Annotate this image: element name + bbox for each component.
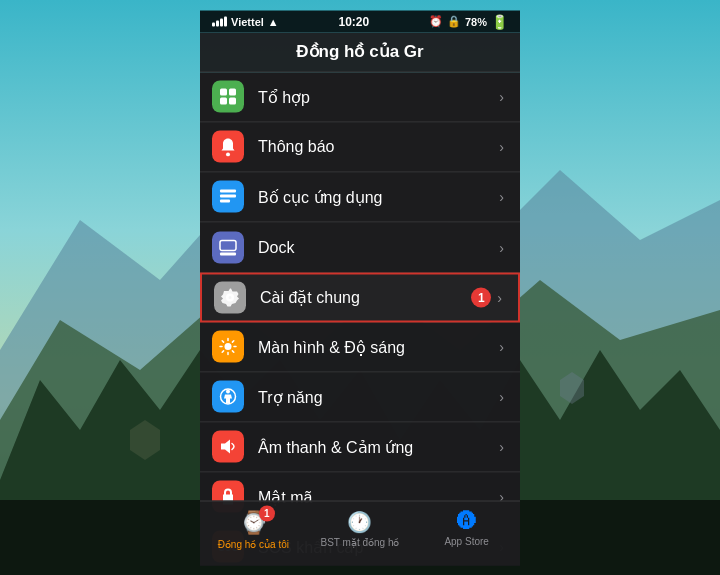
svg-rect-13 (220, 195, 236, 198)
tab-dongho[interactable]: ⌚ 1 Đồng hồ của tôi (213, 509, 293, 549)
tab-bst-icon: 🕐 (347, 509, 372, 533)
signal-bar-2 (216, 20, 219, 26)
settings-item-caidatchung[interactable]: Cài đặt chung 1 › (200, 272, 520, 322)
svg-rect-15 (220, 240, 236, 250)
dock-chevron: › (499, 239, 504, 255)
tab-appstore-icon: 🅐 (457, 509, 477, 532)
battery-label: 78% (465, 15, 487, 27)
amthanh-label: Âm thanh & Cảm ứng (258, 437, 499, 456)
svg-rect-10 (229, 98, 236, 105)
tab-dongho-icon-wrap: ⌚ 1 (240, 509, 267, 535)
thongbao-label: Thông báo (258, 138, 499, 156)
manhinh-chevron: › (499, 339, 504, 355)
manhinh-icon (212, 331, 244, 363)
bocuc-chevron: › (499, 189, 504, 205)
settings-scroll[interactable]: Tổ hợp › Thông báo › (200, 72, 520, 565)
alarm-icon: ⏰ (429, 15, 443, 28)
tronang-chevron: › (499, 389, 504, 405)
amthanh-icon (212, 431, 244, 463)
status-left: Viettel ▲ (212, 15, 279, 27)
main-content: Đồng hồ của Gr Tổ hợp › (200, 32, 520, 565)
svg-rect-12 (220, 190, 236, 193)
settings-item-tohop[interactable]: Tổ hợp › (200, 72, 520, 122)
carrier-label: Viettel (231, 15, 264, 27)
thongbao-chevron: › (499, 139, 504, 155)
caidatchung-icon (214, 281, 246, 313)
signal-bar-3 (220, 18, 223, 26)
bocuc-icon (212, 181, 244, 213)
battery-icon: 🔋 (491, 13, 508, 29)
svg-rect-8 (229, 89, 236, 96)
bocuc-label: Bố cục ứng dụng (258, 187, 499, 206)
status-bar: Viettel ▲ 10:20 ⏰ 🔒 78% 🔋 (200, 10, 520, 32)
tab-bst-label: BST mặt đồng hồ (321, 536, 400, 547)
tab-bst-icon-wrap: 🕐 (347, 509, 372, 533)
wifi-icon: ▲ (268, 15, 279, 27)
caidatchung-chevron: › (497, 289, 502, 305)
settings-group-2: Cài đặt chung 1 › (200, 272, 520, 322)
signal-bar-1 (212, 22, 215, 26)
dock-icon (212, 231, 244, 263)
caidatchung-badge: 1 (471, 287, 491, 307)
caidatchung-label: Cài đặt chung (260, 288, 471, 307)
svg-point-18 (226, 390, 230, 394)
signal-bars (212, 16, 227, 26)
header: Đồng hồ của Gr (200, 32, 520, 72)
tab-appstore[interactable]: 🅐 App Store (427, 509, 507, 546)
svg-point-17 (225, 343, 232, 350)
page-title: Đồng hồ của Gr (200, 40, 520, 61)
svg-point-11 (226, 153, 230, 157)
tohop-label: Tổ hợp (258, 87, 499, 106)
svg-rect-16 (220, 252, 236, 255)
tab-bar: ⌚ 1 Đồng hồ của tôi 🕐 BST mặt đồng hồ 🅐 … (200, 500, 520, 565)
tronang-icon (212, 381, 244, 413)
tab-appstore-label: App Store (444, 535, 488, 546)
amthanh-chevron: › (499, 439, 504, 455)
signal-bar-4 (224, 16, 227, 26)
status-right: ⏰ 🔒 78% 🔋 (429, 13, 508, 29)
svg-rect-9 (220, 98, 227, 105)
tohop-chevron: › (499, 89, 504, 105)
settings-group-1: Tổ hợp › Thông báo › (200, 72, 520, 272)
tab-bst[interactable]: 🕐 BST mặt đồng hồ (320, 509, 400, 547)
settings-item-tronang[interactable]: Trợ năng › (200, 372, 520, 422)
settings-item-manhinh[interactable]: Màn hình & Độ sáng › (200, 322, 520, 372)
lock-icon: 🔒 (447, 15, 461, 28)
tab-dongho-label: Đồng hồ của tôi (218, 538, 289, 549)
svg-rect-14 (220, 200, 230, 203)
tab-dongho-badge: 1 (259, 505, 275, 521)
time-display: 10:20 (338, 14, 369, 28)
phone-frame: Viettel ▲ 10:20 ⏰ 🔒 78% 🔋 Đồng hồ của Gr (200, 10, 520, 565)
tab-appstore-icon-wrap: 🅐 (457, 509, 477, 532)
settings-item-bocuc[interactable]: Bố cục ứng dụng › (200, 172, 520, 222)
settings-item-dock[interactable]: Dock › (200, 222, 520, 272)
settings-item-thongbao[interactable]: Thông báo › (200, 122, 520, 172)
thongbao-icon (212, 131, 244, 163)
tohop-icon (212, 81, 244, 113)
tronang-label: Trợ năng (258, 387, 499, 406)
settings-item-amthanh[interactable]: Âm thanh & Cảm ứng › (200, 422, 520, 472)
svg-rect-7 (220, 89, 227, 96)
dock-label: Dock (258, 238, 499, 256)
manhinh-label: Màn hình & Độ sáng (258, 337, 499, 356)
